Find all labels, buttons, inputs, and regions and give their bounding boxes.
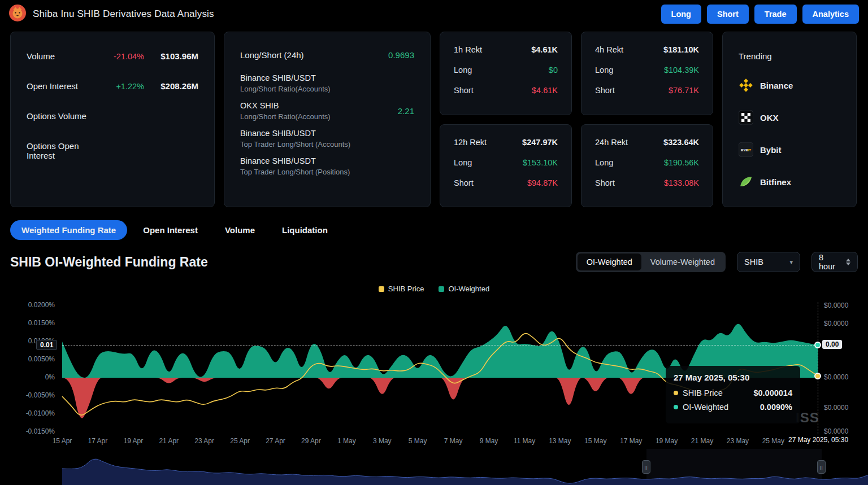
tab-volume[interactable]: Volume <box>214 220 266 240</box>
y-axis-right-tick: $0.0000 <box>824 320 848 327</box>
tab-weighted-funding-rate[interactable]: Weighted Funding Rate <box>10 220 127 240</box>
tab-open-interest[interactable]: Open Interest <box>132 220 209 240</box>
stats-overview: Volume-21.04%$103.96MOpen Interest+1.22%… <box>0 32 868 207</box>
long-label: Long <box>595 158 613 167</box>
stat-row-open-interest: Open Interest+1.22%$208.26M <box>27 81 198 91</box>
weighting-toggle: OI-WeightedVolume-Weighted <box>576 252 726 272</box>
x-axis-tick: 21 Apr <box>159 437 179 445</box>
binance-icon <box>739 78 753 93</box>
pair-name: OKX SHIB <box>240 101 398 110</box>
rekt-card-header: 4h Rekt$181.10K <box>595 45 699 54</box>
y-axis-left-tick: 0.0200% <box>20 301 55 309</box>
rekt-column-2: 4h Rekt$181.10KLong$104.39KShort$76.71K2… <box>581 32 713 207</box>
tooltip-title: 27 May 2025, 05:30 <box>674 373 792 382</box>
stat-label: Options Volume <box>27 111 94 121</box>
toggle-oi-weighted[interactable]: OI-Weighted <box>578 254 641 270</box>
short-label: Short <box>595 86 615 95</box>
tab-liquidation[interactable]: Liquidation <box>271 220 339 240</box>
trending-items: BinanceOKXBYBITBybitBitfinex <box>739 78 840 189</box>
long-short-row-binance-shib-usdt-top-trader-long-short-accounts: Binance SHIB/USDTTop Trader Long/Short (… <box>240 129 414 148</box>
x-axis-tick: 29 Apr <box>301 437 321 445</box>
long-short-ratio-value: 0.9693 <box>388 50 414 60</box>
x-axis-tick: 11 May <box>514 437 535 445</box>
long-label: Long <box>454 65 472 75</box>
legend-item-oi-weighted[interactable]: OI-Weighted <box>439 285 489 293</box>
header-button-trade[interactable]: Trade <box>754 5 797 24</box>
stat-value: $208.26M <box>144 81 198 91</box>
long-value: $104.39K <box>664 65 699 75</box>
crosshair-x-label: 27 May 2025, 05:30 <box>785 435 852 444</box>
x-axis-tick: 19 Apr <box>123 437 143 445</box>
y-axis-right-tick: $0.0000 <box>824 302 848 309</box>
price-marker-dot <box>814 373 821 379</box>
trending-item-binance[interactable]: Binance <box>739 78 840 93</box>
header-actions: LongShortTradeAnalytics <box>661 5 859 24</box>
header-button-analytics[interactable]: Analytics <box>802 5 859 24</box>
pair-metric: Top Trader Long/Short (Accounts) <box>240 140 414 148</box>
up-down-stepper-icon <box>846 259 850 265</box>
funding-rate-chart: SHIB PriceOI-Weighted 0.0200%0.0150%0.01… <box>0 282 868 485</box>
symbol-select[interactable]: SHIB ▾ <box>737 252 800 272</box>
y-axis-left-tick: -0.0100% <box>20 409 55 417</box>
rekt-total: $181.10K <box>663 45 699 54</box>
x-axis-tick: 1 May <box>337 437 356 445</box>
trending-item-okx[interactable]: OKX <box>739 110 840 125</box>
tooltip-series-dot <box>674 391 678 395</box>
ratio-value: 2.21 <box>398 106 414 116</box>
rekt-long-row: Long$190.56K <box>595 158 699 167</box>
navigator-handle-right[interactable]: || <box>817 460 826 474</box>
short-value: $76.71K <box>669 86 699 95</box>
rekt-title: 1h Rekt <box>454 45 482 54</box>
trending-title: Trending <box>739 51 840 61</box>
y-axis-left-tick: 0% <box>20 373 55 381</box>
chevron-down-icon: ▾ <box>789 259 793 266</box>
header-button-short[interactable]: Short <box>707 5 749 24</box>
header-button-long[interactable]: Long <box>661 5 701 24</box>
rekt-card-12h-rekt: 12h Rekt$247.97KLong$153.10KShort$94.87K <box>440 124 572 208</box>
rekt-card-1h-rekt: 1h Rekt$4.61KLong$0Short$4.61K <box>440 32 572 115</box>
legend-label: SHIB Price <box>388 285 424 293</box>
x-axis-tick: 23 Apr <box>194 437 214 445</box>
svg-text:BYBIT: BYBIT <box>741 148 751 152</box>
rekt-short-row: Short$94.87K <box>454 178 558 187</box>
rekt-card-24h-rekt: 24h Rekt$323.64KLong$190.56KShort$133.08… <box>581 124 713 208</box>
pair-metric: Long/Short Ratio(Accounts) <box>240 112 398 121</box>
toggle-volume-weighted[interactable]: Volume-Weighted <box>641 254 724 270</box>
long-short-row-binance-shib-usdt-long-short-ratio-accounts: Binance SHIB/USDTLong/Short Ratio(Accoun… <box>240 73 414 93</box>
x-axis-tick: 15 May <box>584 437 606 445</box>
legend-label: OI-Weighted <box>448 285 489 293</box>
interval-select[interactable]: 8 hour <box>811 252 858 272</box>
chart-header: SHIB OI-Weighted Funding Rate OI-Weighte… <box>0 252 868 272</box>
legend-item-shib-price[interactable]: SHIB Price <box>379 285 424 293</box>
navigator-minimap[interactable] <box>0 449 868 485</box>
symbol-select-value: SHIB <box>744 257 763 266</box>
okx-icon <box>739 110 753 125</box>
long-value: $0 <box>549 65 558 75</box>
navigator-handle-left[interactable]: || <box>642 460 650 474</box>
rekt-card-header: 24h Rekt$323.64K <box>595 138 699 147</box>
x-axis-tick: 23 May <box>727 437 749 445</box>
chart-controls: OI-WeightedVolume-Weighted SHIB ▾ 8 hour <box>576 252 858 272</box>
stat-value: $103.96M <box>144 51 198 61</box>
x-axis-tick: 9 May <box>480 437 498 445</box>
trending-item-bybit[interactable]: BYBITBybit <box>739 142 840 157</box>
rekt-title: 24h Rekt <box>595 138 628 147</box>
x-axis-tick: 25 May <box>762 437 784 445</box>
chart-title: SHIB OI-Weighted Funding Rate <box>10 255 208 270</box>
legend-swatch <box>439 286 444 292</box>
long-short-rows: Binance SHIB/USDTLong/Short Ratio(Accoun… <box>240 73 414 176</box>
trending-item-bitfinex[interactable]: Bitfinex <box>739 174 840 189</box>
app-header: Shiba Inu SHIB Derivatives Data Analysis… <box>0 0 868 28</box>
legend-swatch <box>379 286 384 292</box>
tooltip-series-label: OI-Weighted <box>683 403 756 412</box>
rekt-column-1: 1h Rekt$4.61KLong$0Short$4.61K12h Rekt$2… <box>440 32 572 207</box>
stat-row-options-open-interest: Options Open Interest <box>27 141 198 160</box>
pair-info: OKX SHIBLong/Short Ratio(Accounts) <box>240 101 398 121</box>
rekt-total: $323.64K <box>663 138 699 147</box>
y-axis-right-tick: $0.0000 <box>824 427 848 435</box>
chart-legend: SHIB PriceOI-Weighted <box>0 285 868 293</box>
rekt-card-4h-rekt: 4h Rekt$181.10KLong$104.39KShort$76.71K <box>581 32 713 115</box>
interval-select-value: 8 hour <box>819 253 840 271</box>
x-axis-tick: 19 May <box>656 437 678 445</box>
long-short-title: Long/Short (24h) <box>240 50 304 60</box>
